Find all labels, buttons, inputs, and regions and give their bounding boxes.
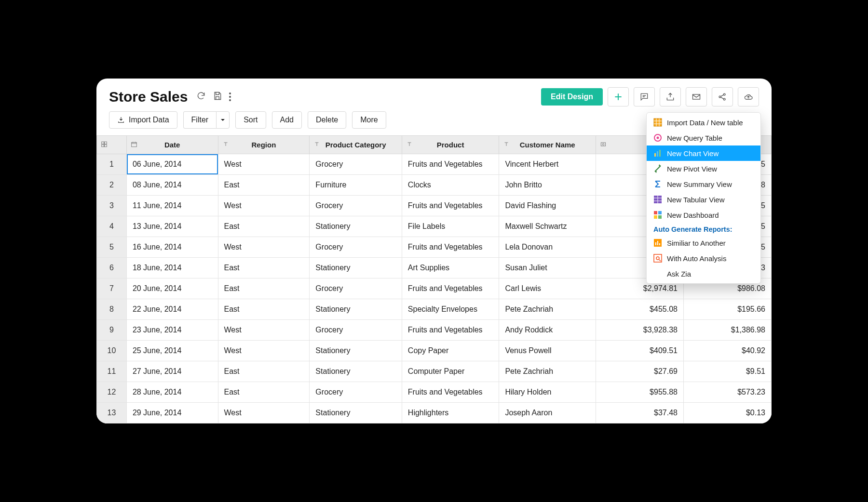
dd-new-chart[interactable]: New Chart View: [647, 145, 760, 161]
cell-date[interactable]: 08 June, 2014: [126, 175, 218, 196]
cell-product[interactable]: Art Supplies: [402, 258, 499, 278]
cell-product[interactable]: Clocks: [402, 175, 499, 196]
cell-product[interactable]: Computer Paper: [402, 361, 499, 382]
cell-region[interactable]: East: [218, 361, 310, 382]
cell-region[interactable]: East: [218, 175, 310, 196]
dd-new-summary[interactable]: New Summary View: [647, 176, 760, 192]
cell-customer[interactable]: Pete Zachriah: [499, 361, 596, 382]
cell-date[interactable]: 29 June, 2014: [126, 403, 218, 423]
cell-category[interactable]: Stationery: [310, 299, 402, 320]
cell-product[interactable]: Specialty Envelopes: [402, 299, 499, 320]
col-category[interactable]: Product Category: [310, 136, 402, 154]
cell-product[interactable]: Fruits and Vegetables: [402, 196, 499, 216]
cell-product[interactable]: Fruits and Vegetables: [402, 278, 499, 299]
cell-product[interactable]: Copy Paper: [402, 341, 499, 361]
cell-sales[interactable]: $37.48: [596, 403, 683, 423]
cell-region[interactable]: West: [218, 320, 310, 341]
save-icon[interactable]: [213, 91, 222, 103]
edit-design-button[interactable]: Edit Design: [541, 88, 603, 106]
cell-category[interactable]: Grocery: [310, 196, 402, 216]
cell-region[interactable]: West: [218, 196, 310, 216]
table-row[interactable]: 923 June, 2014WestGroceryFruits and Vege…: [97, 320, 772, 341]
cell-cost[interactable]: $0.13: [683, 403, 771, 423]
dd-ask-zia[interactable]: Ask Zia: [647, 266, 760, 281]
cell-category[interactable]: Stationery: [310, 258, 402, 278]
cell-customer[interactable]: Maxwell Schwartz: [499, 216, 596, 237]
dd-similar[interactable]: Similiar to Another: [647, 235, 760, 251]
cloud-icon[interactable]: [738, 87, 759, 106]
cell-customer[interactable]: Venus Powell: [499, 341, 596, 361]
cell-customer[interactable]: Vincent Herbert: [499, 154, 596, 175]
add-button[interactable]: [608, 87, 629, 106]
cell-date[interactable]: 22 June, 2014: [126, 299, 218, 320]
dd-new-pivot[interactable]: New Pivot View: [647, 161, 760, 176]
cell-region[interactable]: East: [218, 299, 310, 320]
refresh-icon[interactable]: [196, 91, 206, 103]
cell-customer[interactable]: Lela Donovan: [499, 237, 596, 258]
dd-new-tabular[interactable]: New Tabular View: [647, 192, 760, 207]
cell-date[interactable]: 16 June, 2014: [126, 237, 218, 258]
cell-sales[interactable]: $409.51: [596, 341, 683, 361]
cell-date[interactable]: 13 June, 2014: [126, 216, 218, 237]
delete-button[interactable]: Delete: [308, 111, 346, 129]
cell-product[interactable]: Highlighters: [402, 403, 499, 423]
cell-region[interactable]: East: [218, 216, 310, 237]
more-button[interactable]: More: [352, 111, 386, 129]
cell-category[interactable]: Grocery: [310, 154, 402, 175]
table-row[interactable]: 1025 June, 2014WestStationeryCopy PaperV…: [97, 341, 772, 361]
cell-cost[interactable]: $195.66: [683, 299, 771, 320]
dd-new-dashboard[interactable]: New Dashboard: [647, 207, 760, 223]
more-options-icon[interactable]: [229, 92, 231, 101]
cell-customer[interactable]: David Flashing: [499, 196, 596, 216]
cell-customer[interactable]: Carl Lewis: [499, 278, 596, 299]
dd-new-query[interactable]: New Query Table: [647, 130, 760, 145]
cell-customer[interactable]: Susan Juliet: [499, 258, 596, 278]
cell-date[interactable]: 28 June, 2014: [126, 382, 218, 403]
cell-date[interactable]: 23 June, 2014: [126, 320, 218, 341]
cell-category[interactable]: Stationery: [310, 341, 402, 361]
cell-date[interactable]: 20 June, 2014: [126, 278, 218, 299]
cell-category[interactable]: Stationery: [310, 216, 402, 237]
table-row[interactable]: 1329 June, 2014WestStationeryHighlighter…: [97, 403, 772, 423]
cell-sales[interactable]: $955.88: [596, 382, 683, 403]
table-row[interactable]: 1228 June, 2014EastGroceryFruits and Veg…: [97, 382, 772, 403]
cell-customer[interactable]: Andy Roddick: [499, 320, 596, 341]
cell-region[interactable]: East: [218, 382, 310, 403]
cell-customer[interactable]: John Britto: [499, 175, 596, 196]
cell-date[interactable]: 18 June, 2014: [126, 258, 218, 278]
cell-customer[interactable]: Pete Zachriah: [499, 299, 596, 320]
cell-product[interactable]: Fruits and Vegetables: [402, 320, 499, 341]
cell-sales[interactable]: $455.08: [596, 299, 683, 320]
cell-category[interactable]: Stationery: [310, 403, 402, 423]
cell-cost[interactable]: $1,386.98: [683, 320, 771, 341]
cell-date[interactable]: 06 June, 2014: [126, 154, 218, 175]
cell-sales[interactable]: $3,928.38: [596, 320, 683, 341]
cell-sales[interactable]: $27.69: [596, 361, 683, 382]
dd-import-data[interactable]: Import Data / New table: [647, 115, 760, 130]
cell-product[interactable]: Fruits and Vegetables: [402, 237, 499, 258]
cell-customer[interactable]: Hilary Holden: [499, 382, 596, 403]
cell-category[interactable]: Grocery: [310, 237, 402, 258]
cell-category[interactable]: Furniture: [310, 175, 402, 196]
cell-region[interactable]: East: [218, 278, 310, 299]
col-date[interactable]: Date: [126, 136, 218, 154]
cell-category[interactable]: Grocery: [310, 320, 402, 341]
comment-icon[interactable]: [634, 87, 655, 106]
cell-region[interactable]: West: [218, 237, 310, 258]
add-row-button[interactable]: Add: [272, 111, 302, 129]
filter-caret[interactable]: [216, 111, 230, 129]
export-icon[interactable]: [660, 87, 681, 106]
cell-cost[interactable]: $9.51: [683, 361, 771, 382]
corner-header[interactable]: [97, 136, 127, 154]
cell-date[interactable]: 25 June, 2014: [126, 341, 218, 361]
cell-region[interactable]: East: [218, 258, 310, 278]
cell-product[interactable]: File Labels: [402, 216, 499, 237]
cell-cost[interactable]: $573.23: [683, 382, 771, 403]
sort-button[interactable]: Sort: [235, 111, 266, 129]
filter-button[interactable]: Filter: [183, 111, 217, 129]
cell-category[interactable]: Grocery: [310, 278, 402, 299]
col-customer[interactable]: Customer Name: [499, 136, 596, 154]
cell-category[interactable]: Grocery: [310, 382, 402, 403]
cell-date[interactable]: 27 June, 2014: [126, 361, 218, 382]
col-product[interactable]: Product: [402, 136, 499, 154]
